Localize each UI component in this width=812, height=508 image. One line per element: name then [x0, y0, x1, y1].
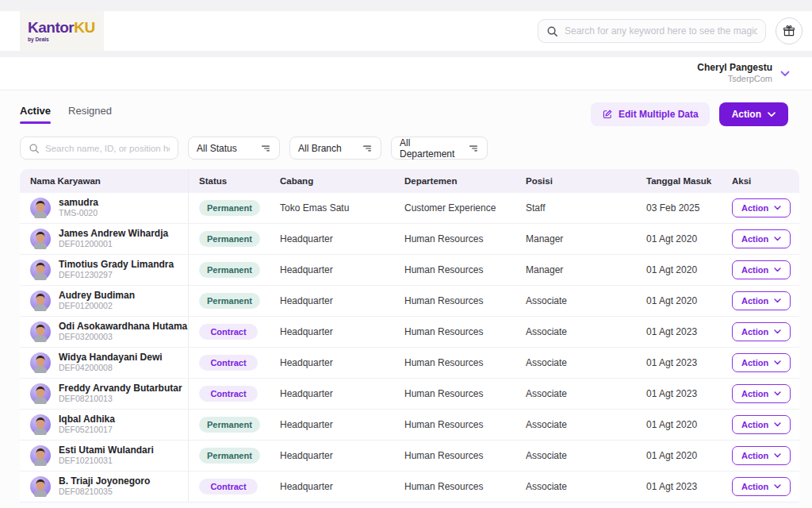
position-cell: Associate: [515, 481, 636, 492]
join-date-cell: 01 Agt 2023: [636, 357, 722, 368]
row-action-button[interactable]: Action: [732, 384, 791, 403]
row-action-label: Action: [741, 482, 768, 491]
employee-avatar: [30, 198, 51, 218]
edit-multiple-data-button[interactable]: Edit Multiple Data: [591, 102, 710, 126]
profile-name: Cheryl Pangestu: [697, 62, 772, 74]
column-header-cabang: Cabang: [270, 176, 394, 186]
employee-id: DEF01200001: [59, 239, 168, 250]
app-logo[interactable]: KantorKU by Deals: [20, 11, 104, 51]
table-row: James Andrew Wihardja DEF01200001 Perman…: [20, 224, 799, 255]
employee-name: Timotius Grady Limandra: [59, 259, 174, 270]
status-badge: Contract: [199, 355, 258, 371]
logo-subtitle: by Deals: [28, 37, 104, 42]
position-cell: Staff: [515, 202, 636, 214]
employee-avatar: [30, 291, 51, 311]
filter-lines-icon: [260, 143, 271, 154]
chevron-down-icon: [774, 360, 781, 365]
department-cell: Human Resources: [394, 481, 515, 492]
profile-menu-chevron[interactable]: [780, 71, 790, 77]
employee-name: Iqbal Adhika: [59, 414, 115, 425]
table-row: Iqbal Adhika DEF05210017 Permanent Headq…: [20, 410, 799, 441]
table-row: Odi Asokawardhana Hutama DEF03200003 Con…: [20, 317, 799, 348]
row-action-label: Action: [741, 420, 768, 429]
employee-id: DEF08210035: [59, 487, 150, 498]
edit-icon: [602, 109, 613, 120]
table-search[interactable]: [20, 137, 178, 160]
chevron-down-icon: [774, 484, 781, 489]
employee-name: Esti Utami Wulandari: [59, 444, 154, 456]
filter-lines-icon: [468, 143, 479, 154]
chevron-down-icon: [774, 422, 781, 427]
branch-cell: Headquarter: [270, 481, 394, 492]
employee-avatar: [30, 229, 51, 249]
row-action-button[interactable]: Action: [732, 260, 791, 279]
tab-active[interactable]: Active: [20, 105, 51, 124]
search-icon: [546, 25, 558, 37]
employee-avatar: [30, 476, 51, 497]
employee-id: DEF01230297: [59, 270, 174, 281]
row-action-button[interactable]: Action: [732, 446, 791, 465]
table-search-input[interactable]: [45, 144, 170, 153]
status-filter-label: All Status: [197, 143, 237, 154]
row-action-button[interactable]: Action: [732, 353, 791, 372]
global-search-input[interactable]: [565, 25, 757, 37]
logo-text: KantorKU: [28, 20, 104, 35]
global-search[interactable]: [538, 19, 766, 43]
status-badge: Permanent: [199, 200, 260, 216]
status-filter-dropdown[interactable]: All Status: [188, 137, 280, 160]
join-date-cell: 01 Agt 2020: [636, 264, 722, 275]
branch-cell: Headquarter: [270, 388, 394, 399]
employee-name: Widya Handayani Dewi: [59, 352, 163, 363]
tab-resigned[interactable]: Resigned: [68, 105, 112, 124]
employee-id: DEF01200002: [59, 301, 135, 312]
row-action-button[interactable]: Action: [732, 415, 791, 434]
filter-lines-icon: [362, 143, 373, 154]
employee-name: Freddy Arvandy Butarbutar: [59, 383, 182, 394]
branch-cell: Headquarter: [270, 357, 394, 368]
main-content: Active Resigned Edit Multiple Data Actio…: [0, 90, 812, 508]
branch-cell: Toko Emas Satu: [270, 202, 394, 214]
department-cell: Customer Experience: [394, 202, 515, 214]
table-row: Widya Handayani Dewi DEF04200008 Contrac…: [20, 348, 799, 379]
logo-primary: Kantor: [28, 19, 74, 36]
row-action-label: Action: [741, 389, 768, 398]
tab-bar: Active Resigned: [20, 105, 112, 124]
join-date-cell: 01 Agt 2020: [636, 233, 722, 244]
branch-cell: Headquarter: [270, 233, 394, 244]
employee-avatar: [30, 352, 51, 373]
department-cell: Human Resources: [394, 419, 515, 430]
status-badge: Contract: [199, 479, 258, 495]
employee-name: B. Triaji Joyonegoro: [59, 475, 150, 487]
join-date-cell: 01 Agt 2020: [636, 450, 722, 461]
bulk-action-label: Action: [732, 109, 761, 120]
position-cell: Associate: [515, 450, 636, 461]
chevron-down-icon: [768, 112, 776, 117]
position-cell: Associate: [515, 419, 636, 430]
branch-filter-dropdown[interactable]: All Branch: [289, 137, 381, 160]
chevron-down-icon: [774, 206, 781, 210]
join-date-cell: 03 Feb 2025: [636, 202, 722, 214]
bulk-action-button[interactable]: Action: [719, 102, 788, 126]
employee-avatar: [30, 321, 51, 342]
gift-button[interactable]: [776, 17, 802, 44]
employee-avatar: [30, 445, 51, 466]
employee-table: Nama Karyawan Status Cabang Departemen P…: [20, 169, 799, 506]
row-action-button[interactable]: Action: [732, 291, 791, 310]
column-header-aksi: Aksi: [722, 176, 799, 186]
chevron-down-icon: [774, 237, 781, 241]
row-action-button[interactable]: Action: [732, 322, 791, 341]
edit-multiple-data-label: Edit Multiple Data: [619, 109, 699, 120]
status-badge: Permanent: [199, 262, 260, 278]
row-action-button[interactable]: Action: [732, 229, 791, 248]
status-badge: Permanent: [199, 231, 260, 247]
department-filter-dropdown[interactable]: All Departement: [391, 137, 488, 160]
employee-name: James Andrew Wihardja: [59, 228, 168, 239]
column-header-posisi: Posisi: [515, 176, 636, 186]
branch-cell: Headquarter: [270, 264, 394, 275]
search-icon: [29, 143, 40, 154]
join-date-cell: 01 Agt 2020: [636, 295, 722, 306]
row-action-button[interactable]: Action: [732, 477, 791, 496]
row-action-button[interactable]: Action: [732, 198, 791, 217]
chevron-down-icon: [774, 391, 781, 396]
status-badge: Permanent: [199, 417, 260, 433]
